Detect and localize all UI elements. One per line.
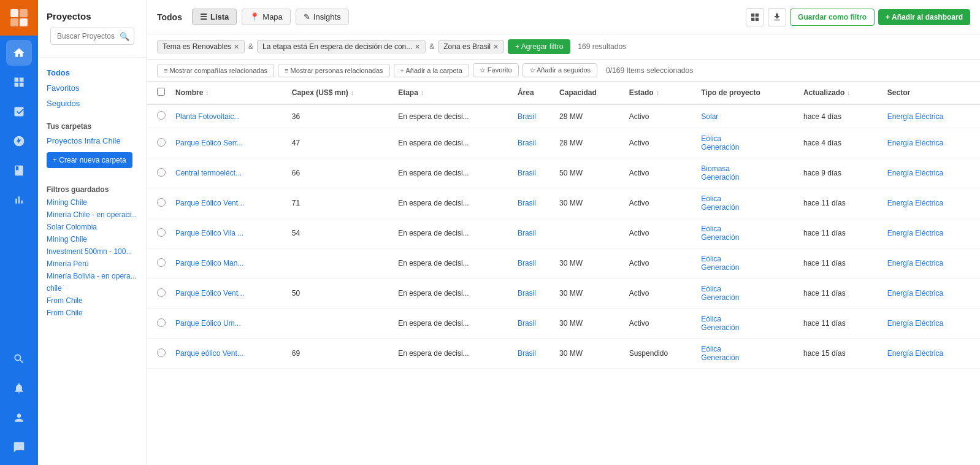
area-link[interactable]: Brasil <box>518 139 536 147</box>
tipo-link[interactable]: Generación <box>701 143 739 152</box>
filter-link-8[interactable]: From Chile <box>47 294 138 307</box>
filter-link-4[interactable]: Investment 500mn - 100... <box>47 245 138 258</box>
filter-link-2[interactable]: Solar Colombia <box>47 221 138 233</box>
sector-link[interactable]: Energía Eléctrica <box>887 259 943 267</box>
col-nombre[interactable]: Nombre ↕ <box>170 82 287 104</box>
filter-tag-2[interactable]: Zona es Brasil ✕ <box>438 40 504 53</box>
tipo-link[interactable]: Eólica <box>701 345 721 353</box>
col-actualizado[interactable]: Actualizado ↓ <box>798 82 882 104</box>
nav-analytics[interactable] <box>6 187 32 213</box>
area-link[interactable]: Brasil <box>518 199 536 207</box>
tipo-link[interactable]: Generación <box>701 173 739 182</box>
tab-insights[interactable]: ✎ Insights <box>296 9 349 25</box>
nav-reports[interactable] <box>6 99 32 125</box>
project-name-link[interactable]: Parque Eólico Man... <box>175 259 243 267</box>
nav-notifications[interactable] <box>6 375 32 401</box>
tipo-link[interactable]: Eólica <box>701 134 721 143</box>
tipo-link[interactable]: Eólica <box>701 225 721 233</box>
tab-mapa[interactable]: 📍 Mapa <box>242 9 291 25</box>
sidebar-item-favoritos[interactable]: Favoritos <box>47 80 138 96</box>
row-checkbox[interactable] <box>157 258 166 267</box>
nav-search[interactable] <box>6 346 32 372</box>
sector-link[interactable]: Energía Eléctrica <box>887 139 943 147</box>
favorite-button[interactable]: ☆ Favorito <box>473 63 519 77</box>
add-to-following-button[interactable]: ☆ Añadir a seguidos <box>523 63 598 77</box>
download-button[interactable] <box>768 8 786 26</box>
tab-lista[interactable]: ☰ Lista <box>192 9 237 25</box>
show-people-button[interactable]: ≡ Mostrar personas relacionadas <box>278 64 390 77</box>
area-link[interactable]: Brasil <box>518 289 536 298</box>
filter-link-6[interactable]: Minería Bolivia - en opera... <box>47 270 138 282</box>
col-estado-header[interactable]: Estado ↕ <box>629 88 659 97</box>
sidebar-item-todos[interactable]: Todos <box>47 65 138 80</box>
row-checkbox[interactable] <box>157 111 166 120</box>
filter-link-0[interactable]: Mining Chile <box>47 196 138 209</box>
project-name-link[interactable]: Parque Eólico Serr... <box>175 139 243 147</box>
sector-link[interactable]: Energía Eléctrica <box>887 289 943 298</box>
project-name-link[interactable]: Central termoeléct... <box>175 169 242 177</box>
filter-link-9[interactable]: From Chile <box>47 307 138 319</box>
tipo-link[interactable]: Generación <box>701 293 739 302</box>
row-checkbox[interactable] <box>157 288 166 297</box>
col-estado[interactable]: Estado ↕ <box>624 82 697 104</box>
sector-link[interactable]: Energía Eléctrica <box>887 319 943 328</box>
area-link[interactable]: Brasil <box>518 112 536 121</box>
col-etapa[interactable]: Etapa ↕ <box>393 82 513 104</box>
nav-home[interactable] <box>6 40 32 66</box>
add-filter-button[interactable]: + Agregar filtro <box>508 39 570 54</box>
row-checkbox[interactable] <box>157 318 166 327</box>
col-actualizado-header[interactable]: Actualizado ↓ <box>803 88 850 97</box>
tipo-link[interactable]: Generación <box>701 323 739 332</box>
tipo-link[interactable]: Eólica <box>701 285 721 293</box>
col-nombre-header[interactable]: Nombre ↕ <box>175 88 209 97</box>
filter-tag-2-remove[interactable]: ✕ <box>493 43 499 51</box>
tipo-link[interactable]: Eólica <box>701 255 721 263</box>
sector-link[interactable]: Energía Eléctrica <box>887 199 943 207</box>
save-filter-button[interactable]: Guardar como filtro <box>790 9 875 26</box>
col-capex-header[interactable]: Capex (US$ mn) ↕ <box>292 88 354 97</box>
add-dashboard-button[interactable]: + Añadir al dashboard <box>878 9 970 25</box>
tipo-link[interactable]: Solar <box>701 112 718 121</box>
area-link[interactable]: Brasil <box>518 319 536 328</box>
tipo-link[interactable]: Generación <box>701 353 739 362</box>
filter-link-7[interactable]: chile <box>47 282 138 294</box>
tipo-link[interactable]: Generación <box>701 263 739 272</box>
filter-tag-1[interactable]: La etapa está En espera de decisión de c… <box>257 40 426 53</box>
carpeta-item[interactable]: Proyectos Infra Chile <box>47 133 138 148</box>
tipo-link[interactable]: Generación <box>701 203 739 212</box>
sector-link[interactable]: Energía Eléctrica <box>887 112 943 121</box>
nav-chat[interactable] <box>6 434 32 460</box>
filter-tag-0[interactable]: Tema es Renovables ✕ <box>157 40 245 53</box>
select-all-checkbox[interactable] <box>157 88 165 96</box>
sector-link[interactable]: Energía Eléctrica <box>887 169 943 177</box>
col-etapa-header[interactable]: Etapa ↕ <box>398 88 424 97</box>
add-to-folder-button[interactable]: + Añadir a la carpeta <box>394 64 469 77</box>
row-checkbox[interactable] <box>157 198 166 207</box>
project-name-link[interactable]: Planta Fotovoltaic... <box>175 112 240 121</box>
area-link[interactable]: Brasil <box>518 169 536 177</box>
project-name-link[interactable]: Parque Eólico Um... <box>175 319 241 328</box>
project-name-link[interactable]: Parque eólico Vent... <box>175 349 243 358</box>
nav-book[interactable] <box>6 158 32 183</box>
grid-view-button[interactable] <box>746 8 764 26</box>
filter-tag-1-remove[interactable]: ✕ <box>415 43 420 51</box>
filter-tag-0-remove[interactable]: ✕ <box>234 43 239 51</box>
logo[interactable] <box>0 0 38 36</box>
create-folder-button[interactable]: + Crear nueva carpeta <box>47 152 132 168</box>
col-capex[interactable]: Capex (US$ mn) ↕ <box>287 82 393 104</box>
sidebar-item-seguidos[interactable]: Seguidos <box>47 96 138 111</box>
area-link[interactable]: Brasil <box>518 349 536 358</box>
row-checkbox[interactable] <box>157 348 166 357</box>
tipo-link[interactable]: Generación <box>701 233 739 242</box>
project-name-link[interactable]: Parque Eólico Vila ... <box>175 229 243 237</box>
nav-profile[interactable] <box>6 405 32 431</box>
nav-dashboard[interactable] <box>6 69 32 95</box>
nav-explore[interactable] <box>6 128 32 154</box>
filter-link-1[interactable]: Minería Chile - en operaci... <box>47 209 138 221</box>
project-name-link[interactable]: Parque Eólico Vent... <box>175 199 244 207</box>
filter-link-5[interactable]: Minería Perú <box>47 258 138 270</box>
show-companies-button[interactable]: ≡ Mostrar compañías relacionadas <box>157 64 274 77</box>
sector-link[interactable]: Energía Eléctrica <box>887 229 943 237</box>
tipo-link[interactable]: Eólica <box>701 315 721 323</box>
sector-link[interactable]: Energía Eléctrica <box>887 349 943 358</box>
